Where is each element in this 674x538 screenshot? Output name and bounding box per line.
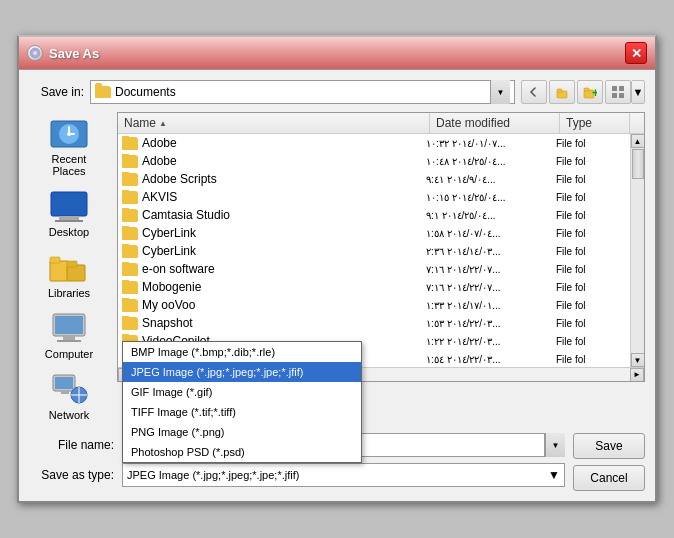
table-row[interactable]: My ooVoo ٢٠١٤/١٧/٠١ ١:٣٣... File fol <box>118 296 630 314</box>
svg-rect-27 <box>61 391 69 394</box>
save-in-dropdown-arrow[interactable]: ▼ <box>490 80 510 104</box>
save-in-combo[interactable]: Documents ▼ <box>90 80 515 104</box>
table-row[interactable]: Camtasia Studio ٢٠١٤/٢٥/٠٤ ٩:١... File f… <box>118 206 630 224</box>
folder-icon <box>122 137 138 150</box>
sidebar-item-computer[interactable]: Computer <box>32 307 107 364</box>
svg-rect-24 <box>57 340 81 342</box>
vertical-scrollbar[interactable]: ▲ ▼ <box>630 134 644 367</box>
svg-rect-3 <box>557 89 562 92</box>
save-in-row: Save in: Documents ▼ <box>29 80 645 104</box>
table-row[interactable]: Mobogenie ٢٠١٤/٢٢/٠٧ ٧:١٦... File fol <box>118 278 630 296</box>
column-header-type[interactable]: Type <box>560 113 630 133</box>
svg-text:+: + <box>592 86 597 99</box>
table-row[interactable]: CyberLink ٢٠١٤/١٤/٠٣ ٢:٣٦... File fol <box>118 242 630 260</box>
up-folder-button[interactable] <box>549 80 575 104</box>
filetype-combo[interactable]: JPEG Image (*.jpg;*.jpeg;*.jpe;*.jfif) ▼ <box>122 463 565 487</box>
svg-rect-7 <box>612 86 617 91</box>
new-folder-button[interactable]: + <box>577 80 603 104</box>
svg-rect-22 <box>55 316 83 334</box>
filetype-dropdown-arrow[interactable]: ▼ <box>548 468 560 482</box>
svg-rect-10 <box>619 93 624 98</box>
folder-icon <box>122 245 138 258</box>
svg-point-13 <box>67 132 71 136</box>
sidebar-item-desktop[interactable]: Desktop <box>32 185 107 242</box>
dropdown-option[interactable]: GIF Image (*.gif) <box>123 382 361 402</box>
table-row[interactable]: Adobe ٢٠١٤/٠١/٠٧ ١٠:٣٢... File fol <box>118 134 630 152</box>
scroll-up-arrow[interactable]: ▲ <box>631 134 645 148</box>
sidebar-label-computer: Computer <box>45 348 93 360</box>
dropdown-option[interactable]: Photoshop PSD (*.psd) <box>123 442 361 462</box>
dialog-body: Save in: Documents ▼ <box>19 70 655 501</box>
scroll-track[interactable] <box>631 148 644 353</box>
folder-icon <box>122 299 138 312</box>
save-in-label: Save in: <box>29 85 84 99</box>
svg-rect-19 <box>67 265 85 281</box>
table-row[interactable]: AKVIS ٢٠١٤/٢٥/٠٤ ١٠:١٥... File fol <box>118 188 630 206</box>
back-button[interactable] <box>521 80 547 104</box>
svg-rect-5 <box>584 88 589 91</box>
computer-icon <box>49 311 89 346</box>
table-row[interactable]: Adobe Scripts ٢٠١٤/٩/٠٤ ٩:٤١... File fol <box>118 170 630 188</box>
desktop-icon <box>49 189 89 224</box>
svg-rect-8 <box>619 86 624 91</box>
filetype-row: Save as type: JPEG Image (*.jpg;*.jpeg;*… <box>29 463 565 487</box>
folder-icon <box>95 86 111 98</box>
svg-rect-9 <box>612 93 617 98</box>
views-dropdown-arrow[interactable]: ▼ <box>631 80 645 104</box>
close-button[interactable]: ✕ <box>625 42 647 64</box>
save-in-value: Documents <box>115 85 486 99</box>
sidebar-item-libraries[interactable]: Libraries <box>32 246 107 303</box>
hscroll-right-arrow[interactable]: ► <box>630 368 644 382</box>
dropdown-option[interactable]: BMP Image (*.bmp;*.dib;*.rle) <box>123 342 361 362</box>
svg-rect-17 <box>50 261 68 281</box>
file-list[interactable]: Adobe ٢٠١٤/٠١/٠٧ ١٠:٣٢... File fol Adobe… <box>118 134 630 367</box>
cancel-button[interactable]: Cancel <box>573 465 645 491</box>
folder-icon <box>122 155 138 168</box>
folder-icon <box>122 317 138 330</box>
save-button[interactable]: Save <box>573 433 645 459</box>
folder-icon <box>122 173 138 186</box>
svg-point-1 <box>33 51 37 55</box>
column-header-name[interactable]: Name ▲ <box>118 113 430 133</box>
title-bar: Save As ✕ <box>19 37 655 70</box>
folder-icon <box>122 281 138 294</box>
scroll-down-arrow[interactable]: ▼ <box>631 353 645 367</box>
dropdown-option[interactable]: PNG Image (*.png) <box>123 422 361 442</box>
svg-rect-15 <box>59 216 79 220</box>
table-row[interactable]: e-on software ٢٠١٤/٢٢/٠٧ ٧:١٦... File fo… <box>118 260 630 278</box>
sidebar: Recent Places Desktop <box>29 112 109 425</box>
svg-rect-23 <box>63 336 75 340</box>
views-button[interactable] <box>605 80 631 104</box>
sidebar-label-libraries: Libraries <box>48 287 90 299</box>
libraries-icon <box>49 250 89 285</box>
filetype-label: Save as type: <box>29 468 114 482</box>
svg-rect-16 <box>55 220 83 222</box>
filetype-dropdown[interactable]: BMP Image (*.bmp;*.dib;*.rle)JPEG Image … <box>122 341 362 463</box>
action-buttons: Save Cancel <box>573 433 645 491</box>
table-row[interactable]: Adobe ٢٠١٤/٢٥/٠٤ ١٠:٤٨... File fol <box>118 152 630 170</box>
sidebar-item-network[interactable]: Network <box>32 368 107 425</box>
filename-label: File name: <box>29 438 114 452</box>
folder-icon <box>122 209 138 222</box>
dropdown-option[interactable]: JPEG Image (*.jpg;*.jpeg;*.jpe;*.jfif) <box>123 362 361 382</box>
dropdown-option[interactable]: TIFF Image (*.tif;*.tiff) <box>123 402 361 422</box>
dialog-icon <box>27 45 43 61</box>
sort-arrow-name: ▲ <box>159 119 167 128</box>
column-header-date[interactable]: Date modified <box>430 113 560 133</box>
network-icon <box>49 372 89 407</box>
table-row[interactable]: CyberLink ٢٠١٤/٠٧/٠٤ ١:٥٨... File fol <box>118 224 630 242</box>
sidebar-label-network: Network <box>49 409 89 421</box>
svg-rect-20 <box>67 261 77 267</box>
svg-rect-26 <box>55 377 73 389</box>
save-as-dialog: Save As ✕ Save in: Documents ▼ <box>17 35 657 503</box>
sidebar-item-recent-places[interactable]: Recent Places <box>32 112 107 181</box>
scroll-thumb[interactable] <box>632 149 644 179</box>
recent-places-icon <box>49 116 89 151</box>
folder-icon <box>122 191 138 204</box>
file-list-header: Name ▲ Date modified Type <box>118 113 644 134</box>
title-bar-left: Save As <box>27 45 99 61</box>
table-row[interactable]: Snapshot ٢٠١٤/٢٢/٠٣ ١:٥٣... File fol <box>118 314 630 332</box>
sidebar-label-desktop: Desktop <box>49 226 89 238</box>
filename-dropdown-arrow[interactable]: ▼ <box>545 433 565 457</box>
folder-icon <box>122 227 138 240</box>
